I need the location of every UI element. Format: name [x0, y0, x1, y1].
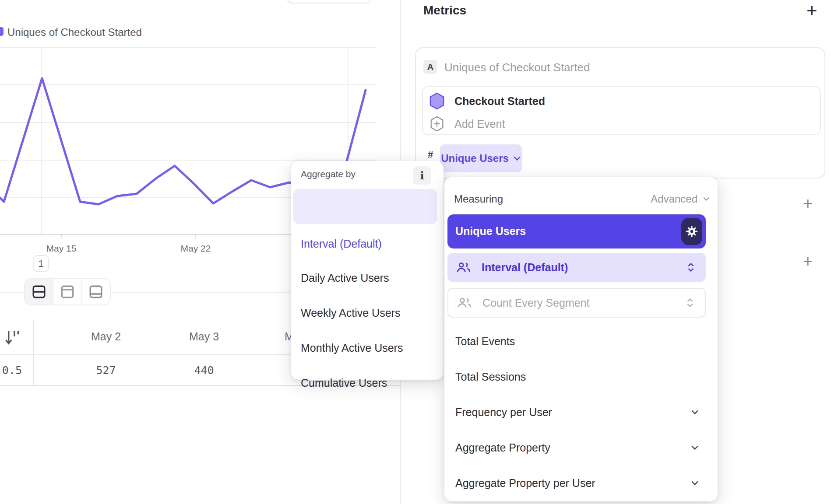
x-axis-tick-may15: May 15 — [35, 243, 88, 254]
add-event-row[interactable]: Add Event — [428, 114, 813, 133]
layout-toggle-split-rows[interactable] — [25, 279, 53, 304]
users-icon — [457, 297, 472, 308]
measure-dropdown-button[interactable]: Unique Users — [440, 144, 522, 172]
menu-item-aggregate-property-per-user[interactable]: Aggregate Property per User — [455, 477, 666, 490]
metric-name[interactable]: Uniques of Checkout Started — [444, 61, 590, 74]
menu-item-interval-default[interactable]: Interval (Default) — [301, 238, 432, 250]
advanced-toggle[interactable]: Advanced — [651, 193, 697, 205]
measuring-selected-label: Unique Users — [455, 225, 526, 238]
measure-dropdown-label: Unique Users — [441, 152, 509, 164]
table-header-col2[interactable]: May 3 — [169, 330, 239, 343]
up-down-chevron-icon — [687, 298, 694, 307]
aggregate-by-popover: Aggregate by i Interval (Default) Daily … — [291, 161, 444, 380]
table-column-divider — [33, 320, 34, 385]
chevron-down-icon[interactable] — [691, 445, 699, 450]
menu-item-aggregate-property[interactable]: Aggregate Property — [455, 441, 666, 454]
chevron-down-icon[interactable] — [691, 480, 699, 486]
table-header-col1[interactable]: May 2 — [71, 330, 141, 343]
table-row-label: 0.5 — [0, 364, 22, 377]
number-type-icon: # — [428, 149, 433, 161]
footer-bottom-icon — [88, 284, 103, 299]
add-event-label: Add Event — [454, 118, 505, 130]
split-rows-icon — [32, 284, 46, 299]
measuring-popover: Measuring Advanced Unique Users — [444, 177, 718, 501]
metrics-panel-title: Metrics — [423, 4, 466, 18]
add-metric-button[interactable]: + — [806, 2, 817, 20]
interval-selector-row[interactable]: Interval (Default) — [447, 253, 706, 282]
menu-item-monthly-active-users[interactable]: Monthly Active Users — [301, 342, 432, 354]
aggregate-by-title: Aggregate by — [301, 169, 356, 179]
interval-selector-label: Interval (Default) — [482, 261, 568, 274]
aggregate-selected-highlight — [293, 189, 437, 224]
count-every-segment-label: Count Every Segment — [482, 297, 590, 309]
x-axis-tick-may22: May 22 — [169, 243, 222, 254]
measuring-selected-row[interactable]: Unique Users — [447, 214, 706, 248]
page-number-chip[interactable]: 1 — [33, 255, 49, 272]
chevron-down-icon[interactable] — [703, 196, 710, 201]
metric-card: A Uniques of Checkout Started Checkout S… — [415, 47, 825, 178]
add-filter-button[interactable]: + — [803, 195, 813, 212]
table-cell-may2: 527 — [71, 364, 141, 377]
users-icon — [456, 262, 471, 273]
count-every-segment-row[interactable]: Count Every Segment — [447, 288, 706, 318]
metric-letter-badge: A — [423, 60, 437, 74]
event-row[interactable]: Checkout Started — [428, 91, 813, 112]
menu-item-weekly-active-users[interactable]: Weekly Active Users — [301, 307, 432, 319]
layout-toggle-header-top[interactable] — [53, 279, 82, 304]
up-down-chevron-icon — [687, 263, 694, 272]
layout-toggle-footer-bottom[interactable] — [82, 279, 110, 304]
event-name: Checkout Started — [454, 95, 545, 108]
menu-item-total-events[interactable]: Total Events — [455, 335, 666, 348]
table-cell-may3: 440 — [169, 364, 239, 377]
settings-gear-button[interactable] — [681, 218, 702, 245]
sort-icon[interactable] — [5, 329, 20, 348]
menu-item-daily-active-users[interactable]: Daily Active Users — [301, 272, 432, 284]
layout-toggle-group — [24, 278, 111, 305]
page-number: 1 — [38, 258, 43, 270]
event-card: Checkout Started Add Event — [422, 86, 821, 135]
header-top-icon — [60, 284, 75, 299]
chevron-down-icon — [513, 156, 521, 161]
measuring-title: Measuring — [454, 193, 503, 205]
menu-item-frequency-per-user[interactable]: Frequency per User — [455, 406, 666, 419]
add-event-hexagon-icon — [429, 115, 445, 133]
chevron-down-icon[interactable] — [691, 410, 699, 415]
event-hexagon-icon — [429, 92, 445, 110]
info-icon[interactable]: i — [413, 166, 431, 185]
menu-item-total-sessions[interactable]: Total Sessions — [455, 371, 666, 383]
menu-item-cumulative-users[interactable]: Cumulative Users — [301, 377, 432, 389]
gear-icon — [685, 225, 698, 238]
app-root: Uniques of Checkout Started May 15 May 2… — [0, 0, 831, 504]
add-breakdown-button[interactable]: + — [803, 253, 813, 270]
